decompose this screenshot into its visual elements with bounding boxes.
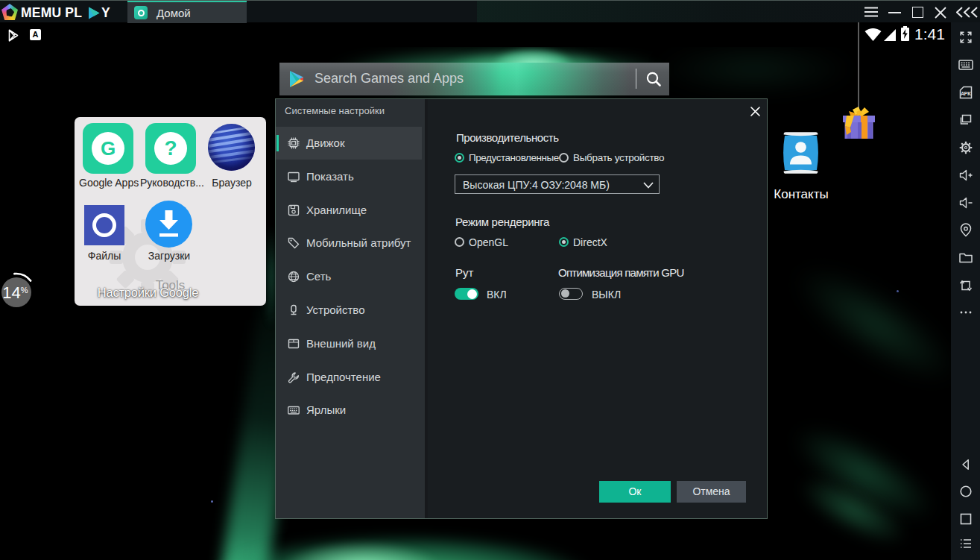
svg-text:APK: APK — [961, 90, 971, 97]
